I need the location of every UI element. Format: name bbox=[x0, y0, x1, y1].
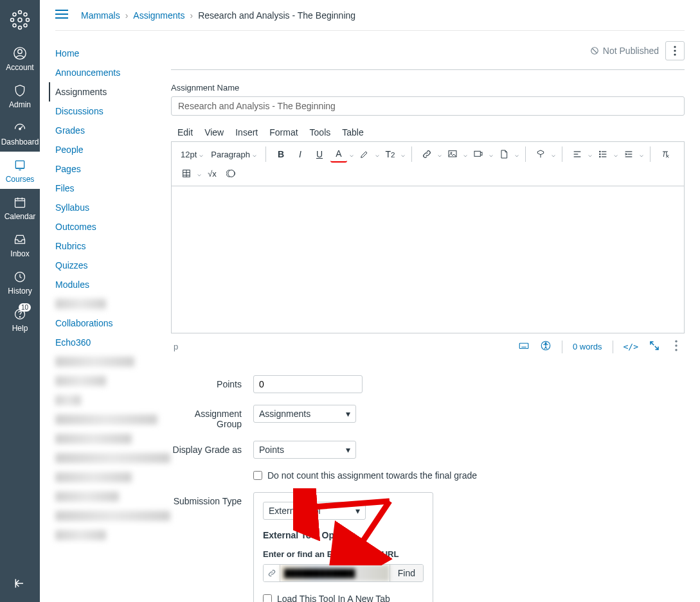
svg-point-4 bbox=[26, 19, 30, 22]
course-nav-item[interactable]: Announcements bbox=[55, 63, 158, 82]
rce-menu-view[interactable]: View bbox=[204, 127, 224, 137]
course-nav-item[interactable]: Home bbox=[55, 44, 158, 63]
course-nav-item[interactable]: Rubrics bbox=[55, 236, 158, 256]
global-nav: Account Admin Dashboard Courses Calendar… bbox=[0, 0, 40, 602]
breadcrumb-mammals[interactable]: Mammals bbox=[81, 10, 120, 21]
rce-menu-edit[interactable]: Edit bbox=[177, 127, 193, 137]
rce-menu: Edit View Insert Format Tools Table bbox=[171, 125, 685, 140]
superscript-button[interactable]: T2 bbox=[382, 146, 399, 163]
indent-button[interactable] bbox=[620, 146, 637, 163]
course-nav-item[interactable]: Grades bbox=[55, 121, 158, 140]
align-button[interactable] bbox=[569, 146, 586, 163]
nav-inbox[interactable]: Inbox bbox=[0, 226, 40, 263]
accessibility-icon[interactable] bbox=[540, 340, 552, 353]
media-button[interactable] bbox=[470, 146, 487, 163]
submission-type-select[interactable]: External Tool▾ bbox=[263, 502, 366, 520]
word-count[interactable]: 0 words bbox=[573, 342, 602, 351]
course-nav-item[interactable]: ████████ bbox=[55, 371, 158, 391]
display-grade-label: Display Grade as bbox=[171, 441, 253, 455]
paragraph-select[interactable]: Paragraph⌵ bbox=[208, 148, 259, 161]
rce-menu-format[interactable]: Format bbox=[269, 127, 298, 137]
clear-format-button[interactable] bbox=[657, 146, 674, 163]
course-nav-item[interactable]: Discussions bbox=[55, 102, 158, 121]
assignment-name-input[interactable] bbox=[171, 96, 685, 116]
nav-dashboard[interactable]: Dashboard bbox=[0, 114, 40, 152]
rce-menu-tools[interactable]: Tools bbox=[310, 127, 331, 137]
display-grade-select[interactable]: Points▾ bbox=[253, 441, 356, 459]
image-button[interactable] bbox=[444, 146, 461, 163]
external-tool-url-input[interactable] bbox=[280, 565, 390, 581]
course-nav-item[interactable]: ████████ bbox=[55, 526, 158, 545]
course-nav-item[interactable]: ██████████ bbox=[55, 487, 158, 506]
embed-button[interactable] bbox=[223, 165, 240, 182]
breadcrumb-assignments[interactable]: Assignments bbox=[133, 10, 184, 21]
more-icon[interactable] bbox=[670, 340, 682, 353]
rce-editor[interactable] bbox=[171, 186, 685, 333]
no-count-checkbox[interactable] bbox=[253, 471, 262, 480]
assignment-group-select[interactable]: Assignments▾ bbox=[253, 405, 356, 423]
course-nav-item[interactable]: ████████████ bbox=[55, 429, 158, 448]
course-nav-item[interactable]: ██████████████████ bbox=[55, 448, 158, 468]
nav-help[interactable]: 10 Help bbox=[0, 301, 40, 338]
nav-courses[interactable]: Courses bbox=[0, 152, 40, 189]
text-color-button[interactable]: A bbox=[330, 146, 347, 163]
nav-calendar[interactable]: Calendar bbox=[0, 189, 40, 226]
link-button[interactable] bbox=[418, 146, 435, 163]
course-nav-item[interactable]: ████ bbox=[55, 391, 158, 410]
assignment-name-label: Assignment Name bbox=[171, 83, 685, 93]
course-nav-item[interactable]: People bbox=[55, 140, 158, 159]
find-button[interactable]: Find bbox=[390, 565, 423, 581]
course-nav-item[interactable]: ████████████ bbox=[55, 468, 158, 487]
course-nav-item[interactable]: Quizzes bbox=[55, 256, 158, 275]
more-options-button[interactable] bbox=[665, 41, 685, 60]
table-button[interactable] bbox=[178, 165, 195, 182]
nav-history[interactable]: History bbox=[0, 263, 40, 301]
bold-button[interactable]: B bbox=[273, 146, 289, 163]
svg-point-42 bbox=[600, 156, 600, 157]
document-button[interactable] bbox=[496, 146, 512, 163]
rce-menu-insert[interactable]: Insert bbox=[235, 127, 258, 137]
html-view-button[interactable]: </> bbox=[624, 342, 638, 351]
svg-point-38 bbox=[600, 151, 600, 152]
course-nav-item[interactable]: Pages bbox=[55, 159, 158, 179]
nav-admin[interactable]: Admin bbox=[0, 77, 40, 114]
course-nav-item[interactable]: Files bbox=[55, 179, 158, 198]
svg-point-29 bbox=[674, 46, 676, 48]
highlight-button[interactable] bbox=[356, 146, 373, 163]
fullscreen-button[interactable] bbox=[649, 340, 660, 353]
course-nav-item[interactable]: ████████████████ bbox=[55, 410, 158, 429]
svg-point-62 bbox=[675, 349, 677, 351]
load-new-tab-checkbox[interactable] bbox=[263, 594, 272, 602]
svg-point-57 bbox=[545, 342, 546, 344]
course-nav-item[interactable]: Echo360 bbox=[55, 333, 158, 352]
svg-point-53 bbox=[228, 170, 235, 177]
course-nav-item[interactable]: Modules bbox=[55, 275, 158, 294]
course-nav-item[interactable]: Syllabus bbox=[55, 198, 158, 217]
canvas-logo[interactable] bbox=[0, 0, 40, 40]
main-content: Not Published Assignment Name Edit View … bbox=[158, 31, 685, 602]
course-nav-item[interactable]: Collaborations bbox=[55, 314, 158, 333]
apps-button[interactable] bbox=[532, 146, 549, 163]
chevron-right-icon: › bbox=[125, 10, 129, 21]
svg-point-40 bbox=[600, 154, 600, 154]
hamburger-menu[interactable] bbox=[55, 11, 68, 21]
equation-button[interactable]: √x bbox=[204, 165, 220, 182]
course-nav-item[interactable]: Assignments bbox=[49, 82, 158, 102]
nav-collapse[interactable] bbox=[13, 567, 26, 602]
nav-account[interactable]: Account bbox=[0, 40, 40, 77]
rce-menu-table[interactable]: Table bbox=[342, 127, 363, 137]
svg-point-30 bbox=[674, 49, 676, 51]
keyboard-icon[interactable] bbox=[518, 340, 530, 353]
course-nav-item[interactable]: ████████ ████ bbox=[55, 352, 158, 371]
font-size-select[interactable]: 12pt⌵ bbox=[178, 148, 206, 161]
points-input[interactable] bbox=[253, 375, 363, 393]
course-nav-item[interactable]: ██████████████████ bbox=[55, 506, 158, 526]
italic-button[interactable]: I bbox=[292, 146, 309, 163]
svg-point-21 bbox=[19, 317, 20, 317]
underline-button[interactable]: U bbox=[311, 146, 328, 163]
svg-point-6 bbox=[24, 13, 27, 16]
ext-tool-url-heading: Enter or find an External Tool URL bbox=[263, 549, 424, 559]
course-nav-item[interactable]: ████████ bbox=[55, 294, 158, 314]
bullet-list-button[interactable] bbox=[595, 146, 611, 163]
course-nav-item[interactable]: Outcomes bbox=[55, 217, 158, 236]
